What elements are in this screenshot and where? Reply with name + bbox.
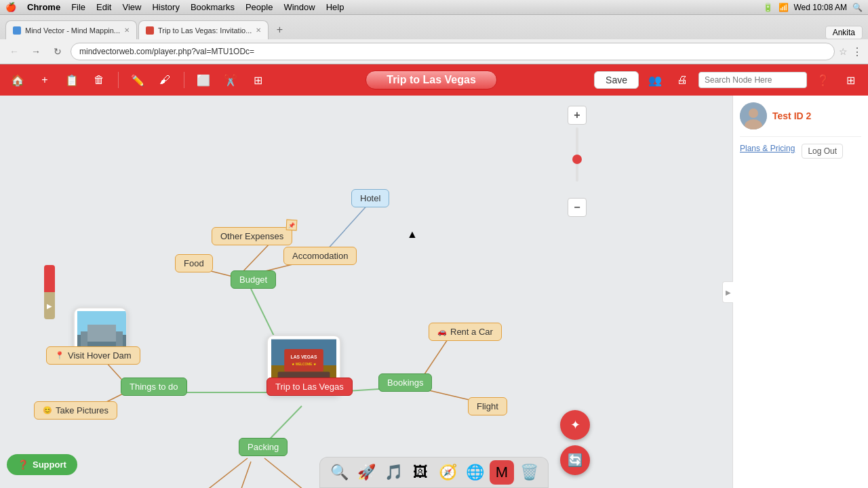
dock-chrome[interactable]: 🌐 bbox=[462, 460, 487, 485]
browser-menu-icon[interactable]: ⋮ bbox=[852, 45, 863, 58]
sparkle-action-button[interactable]: ✦ bbox=[560, 410, 590, 440]
help-icon[interactable]: ❓ bbox=[812, 69, 834, 91]
central-node-label: Trip to Las Vegas bbox=[275, 382, 344, 392]
tab-title-gmail: Trip to Las Vegas: Invitatio... bbox=[158, 26, 252, 35]
wifi-icon: 📶 bbox=[778, 3, 789, 12]
address-bar[interactable]: mindvectorweb.com/player.php?val=MTU1ODc… bbox=[71, 43, 835, 60]
toolbar-divider2 bbox=[184, 72, 184, 88]
action-buttons: ✦ 🔄 bbox=[560, 410, 590, 475]
menu-window[interactable]: Window bbox=[283, 2, 315, 12]
node-food[interactable]: Food bbox=[175, 254, 213, 272]
back-button[interactable]: ← bbox=[5, 43, 23, 60]
brush-icon[interactable]: 🖌 bbox=[154, 69, 176, 91]
left-edge-top[interactable] bbox=[44, 265, 55, 292]
grid-icon[interactable]: ⊞ bbox=[247, 69, 269, 91]
menu-edit[interactable]: Edit bbox=[96, 2, 111, 12]
dock-mindvector[interactable]: M bbox=[490, 460, 514, 485]
dock-safari[interactable]: 🧭 bbox=[435, 460, 460, 485]
logout-button[interactable]: Log Out bbox=[802, 144, 843, 159]
search-icon[interactable]: 🔍 bbox=[852, 3, 863, 12]
tab-close-mv[interactable]: ✕ bbox=[124, 26, 130, 34]
add-node-icon[interactable]: + bbox=[34, 69, 56, 91]
svg-line-12 bbox=[200, 458, 248, 488]
node-bookings[interactable]: Bookings bbox=[378, 373, 432, 392]
pen-icon[interactable]: ✏️ bbox=[127, 69, 149, 91]
sidebar-toggle-button[interactable]: ▶ bbox=[722, 281, 733, 303]
tab-mindvector[interactable]: Mind Vector - Mind Mappin... ✕ bbox=[5, 20, 137, 39]
left-edge-bottom[interactable]: ▶ bbox=[44, 292, 55, 319]
settings-icon[interactable]: ⊞ bbox=[840, 69, 861, 91]
node-other-expenses[interactable]: 📌 Other Expenses bbox=[212, 227, 292, 245]
tab-favicon-gmail bbox=[146, 26, 154, 35]
zoom-in-button[interactable]: + bbox=[568, 106, 587, 125]
node-take-pictures[interactable]: 😊 Take Pictures bbox=[34, 401, 117, 420]
svg-line-4 bbox=[326, 203, 370, 251]
node-things-to-do-label: Things to do bbox=[130, 382, 178, 392]
sidebar-panel: ▶ Test ID 2 Plans & Pricing Log Out bbox=[732, 96, 868, 488]
svg-line-13 bbox=[264, 458, 311, 488]
zoom-out-button[interactable]: − bbox=[568, 198, 587, 217]
menu-bookmarks[interactable]: Bookmarks bbox=[191, 2, 235, 12]
dock-launchpad[interactable]: 🚀 bbox=[354, 460, 378, 485]
browser-navbar: ← → ↻ mindvectorweb.com/player.php?val=M… bbox=[0, 39, 868, 64]
main-area: LAS VEGAS ★ WELCOME ★ Trip to Las Vega bbox=[0, 96, 868, 488]
dock-finder[interactable]: 🔍 bbox=[327, 460, 351, 485]
node-rent-a-car-label: Rent a Car bbox=[450, 327, 493, 337]
mac-menubar: 🍎 Chrome File Edit View History Bookmark… bbox=[0, 0, 868, 15]
node-hotel[interactable]: Hotel bbox=[351, 189, 389, 207]
node-other-expenses-label: Other Expenses bbox=[220, 231, 283, 241]
smiley-icon: 😊 bbox=[43, 406, 52, 415]
node-flight[interactable]: Flight bbox=[468, 397, 507, 415]
save-button[interactable]: Save bbox=[594, 71, 639, 89]
node-rent-a-car[interactable]: 🚗 Rent a Car bbox=[429, 323, 502, 341]
support-icon: ❓ bbox=[18, 460, 28, 470]
zoom-track bbox=[576, 127, 578, 182]
dock-trash[interactable]: 🗑️ bbox=[517, 460, 541, 485]
zoom-slider[interactable] bbox=[576, 127, 578, 195]
app-name-label: Chrome bbox=[27, 2, 60, 12]
menu-file[interactable]: File bbox=[71, 2, 85, 12]
search-node-input[interactable] bbox=[698, 72, 807, 88]
apple-logo-icon[interactable]: 🍎 bbox=[5, 2, 16, 12]
central-node[interactable]: Trip to Las Vegas bbox=[267, 378, 353, 396]
dock-itunes[interactable]: 🎵 bbox=[381, 460, 406, 485]
node-things-to-do[interactable]: Things to do bbox=[121, 378, 187, 396]
svg-text:★ WELCOME ★: ★ WELCOME ★ bbox=[292, 363, 316, 366]
node-budget[interactable]: Budget bbox=[231, 270, 276, 289]
mindmap-canvas[interactable]: LAS VEGAS ★ WELCOME ★ Trip to Las Vega bbox=[0, 96, 732, 488]
home-icon[interactable]: 🏠 bbox=[7, 69, 28, 91]
svg-rect-17 bbox=[284, 349, 323, 372]
new-tab-button[interactable]: + bbox=[270, 20, 289, 39]
shape-icon[interactable]: ⬜ bbox=[193, 69, 214, 91]
refresh-button[interactable]: ↻ bbox=[49, 43, 66, 60]
hover-dam-image bbox=[77, 311, 123, 350]
cursor: ▲ bbox=[407, 228, 412, 237]
node-visit-hover-dam[interactable]: 📍 Visit Hover Dam bbox=[46, 346, 140, 365]
toolbar-divider1 bbox=[118, 72, 119, 88]
menu-help[interactable]: Help bbox=[326, 2, 344, 12]
tab-title-mv: Mind Vector - Mind Mappin... bbox=[25, 26, 120, 35]
tab-gmail[interactable]: Trip to Las Vegas: Invitatio... ✕ bbox=[138, 20, 269, 39]
browser-chrome: Mind Vector - Mind Mappin... ✕ Trip to L… bbox=[0, 15, 868, 64]
menu-view[interactable]: View bbox=[122, 2, 141, 12]
node-packing[interactable]: Packing bbox=[239, 438, 288, 456]
dock-photos[interactable]: 🖼 bbox=[408, 460, 433, 485]
copy-icon[interactable]: 📋 bbox=[61, 69, 83, 91]
trash-icon[interactable]: 🗑 bbox=[88, 69, 110, 91]
plans-pricing-link[interactable]: Plans & Pricing bbox=[740, 144, 795, 159]
menu-history[interactable]: History bbox=[152, 2, 179, 12]
support-button[interactable]: ❓ Support bbox=[7, 454, 77, 475]
magic-action-button[interactable]: 🔄 bbox=[560, 445, 590, 475]
svg-line-14 bbox=[231, 462, 251, 488]
delete-icon[interactable]: ✂️ bbox=[220, 69, 241, 91]
forward-button[interactable]: → bbox=[27, 43, 45, 60]
zoom-thumb bbox=[572, 155, 582, 164]
share-icon[interactable]: 👥 bbox=[644, 69, 666, 91]
menu-people[interactable]: People bbox=[245, 2, 273, 12]
car-icon: 🚗 bbox=[437, 327, 447, 336]
print-icon[interactable]: 🖨 bbox=[671, 69, 693, 91]
tab-close-gmail[interactable]: ✕ bbox=[256, 26, 261, 34]
bookmark-icon[interactable]: ☆ bbox=[839, 46, 848, 57]
app-toolbar: 🏠 + 📋 🗑 ✏️ 🖌 ⬜ ✂️ ⊞ Trip to Las Vegas Sa… bbox=[0, 64, 868, 96]
node-accomodation[interactable]: Accomodation bbox=[283, 247, 357, 265]
